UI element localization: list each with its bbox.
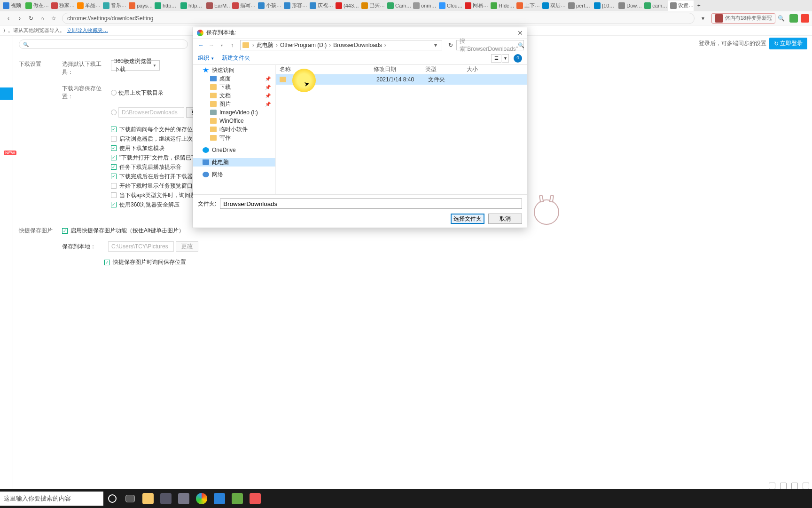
browser-tab[interactable]: perf…: [566, 0, 592, 11]
browser-tab[interactable]: 视频: [1, 0, 23, 11]
crumb-folder[interactable]: BrowserDownloads: [332, 42, 383, 48]
dialog-forward-button[interactable]: →: [206, 40, 217, 50]
browser-tab[interactable]: Dow…: [617, 0, 642, 11]
status-icon[interactable]: [803, 483, 809, 489]
address-bar[interactable]: chrome://settings/downloadSetting: [62, 13, 695, 24]
side-network[interactable]: 网络: [193, 170, 275, 179]
task-app-icon[interactable]: [211, 490, 228, 508]
browser-tab[interactable]: 音乐…: [101, 0, 126, 11]
select-folder-button[interactable]: 选择文件夹: [451, 214, 484, 224]
download-path-input[interactable]: D:\BrowserDownloads: [118, 107, 184, 118]
new-folder-button[interactable]: 新建文件夹: [222, 54, 250, 62]
browser-tab[interactable]: Cam…: [385, 0, 411, 11]
task-app-icon[interactable]: [246, 490, 264, 508]
dialog-up-button[interactable]: ↑: [227, 40, 237, 50]
settings-nav-selected-indicator[interactable]: [0, 87, 13, 100]
dialog-breadcrumb[interactable]: › 此电脑 › OtherProgram (D:) › BrowserDownl…: [240, 40, 442, 50]
side-onedrive[interactable]: OneDrive: [193, 146, 275, 154]
nav-home-button[interactable]: ⌂: [37, 13, 48, 24]
url-search-icon[interactable]: 🔍: [775, 13, 787, 24]
nav-favorite-button[interactable]: ☆: [48, 13, 59, 24]
browser-tab[interactable]: HIdc…: [489, 0, 514, 11]
browser-tab[interactable]: 庆祝…: [308, 0, 333, 11]
task-chrome-icon[interactable]: [193, 490, 211, 508]
organize-dropdown[interactable]: 组织 ▼: [198, 54, 214, 62]
bookmark-import-link[interactable]: 立即导入收藏夹…: [67, 27, 108, 34]
side-winoffice[interactable]: WinOffice: [193, 117, 275, 125]
radio-custom-dir[interactable]: [111, 110, 117, 115]
crumb-dropdown-icon[interactable]: ▾: [431, 42, 440, 48]
side-desktop[interactable]: 桌面📌: [193, 74, 275, 83]
task-view-icon[interactable]: [121, 490, 139, 508]
browser-tab[interactable]: pays…: [127, 0, 152, 11]
browser-tab[interactable]: EarM…: [204, 0, 230, 11]
side-pictures[interactable]: 图片📌: [193, 100, 275, 108]
col-date[interactable]: 修改日期: [370, 65, 422, 73]
extension-notice[interactable]: 体内有18种变异新冠: [711, 13, 775, 24]
task-cortana-icon[interactable]: [103, 490, 121, 508]
nav-back-button[interactable]: ‹: [3, 13, 14, 24]
browser-tab[interactable]: http…: [179, 0, 204, 11]
browser-tab[interactable]: 网易…: [463, 0, 488, 11]
browser-tab[interactable]: 独家…: [49, 0, 75, 11]
col-type[interactable]: 类型: [422, 65, 463, 73]
checkbox[interactable]: ✓: [111, 164, 117, 170]
task-explorer-icon[interactable]: [139, 490, 157, 508]
task-app-icon[interactable]: [228, 490, 246, 508]
new-tab-button[interactable]: +: [694, 2, 703, 9]
browser-tab[interactable]: 上下…: [515, 0, 540, 11]
settings-search-input[interactable]: [19, 40, 188, 49]
dialog-back-button[interactable]: ←: [196, 40, 206, 50]
folder-name-input[interactable]: [220, 198, 522, 209]
dialog-search-input[interactable]: 搜索"BrowserDownloads" 🔍: [456, 40, 524, 50]
quicksave-path-input[interactable]: C:\Users\TCY\Pictures: [108, 241, 174, 252]
quicksave-change-button[interactable]: 更改: [176, 241, 198, 252]
browser-tab[interactable]: 小孩…: [256, 0, 281, 11]
checkbox[interactable]: ✓: [111, 202, 117, 207]
cancel-button[interactable]: 取消: [488, 214, 522, 224]
col-name[interactable]: 名称: [276, 65, 370, 73]
crumb-drive[interactable]: OtherProgram (D:): [279, 42, 328, 48]
browser-tab[interactable]: [10…: [592, 0, 616, 11]
list-item-pictures[interactable]: Pictures 2021/1/14 8:40 文件夹: [276, 74, 527, 85]
side-writing[interactable]: 写作: [193, 134, 275, 142]
browser-tab[interactable]: 单品…: [75, 0, 101, 11]
crumb-thispc[interactable]: 此电脑: [256, 41, 274, 49]
browser-tab[interactable]: onm…: [411, 0, 437, 11]
extension-apps-icon[interactable]: [789, 14, 798, 23]
checkbox[interactable]: ✓: [111, 127, 117, 132]
dialog-close-button[interactable]: ✕: [517, 29, 523, 37]
status-icon[interactable]: [791, 483, 798, 489]
status-icon[interactable]: [780, 483, 787, 489]
browser-tab[interactable]: 已买…: [359, 0, 385, 11]
task-app-icon[interactable]: [157, 490, 175, 508]
view-mode-dropdown[interactable]: ▾: [502, 54, 509, 63]
browser-tab[interactable]: Clou…: [437, 0, 462, 11]
dialog-recent-dropdown[interactable]: ▾: [217, 40, 227, 50]
quicksave-ask-checkbox[interactable]: ✓: [104, 260, 110, 265]
browser-tab[interactable]: 描写…: [230, 0, 256, 11]
taskbar-search-input[interactable]: 这里输入你要搜索的内容: [0, 492, 103, 506]
side-tempapps[interactable]: 临时小软件: [193, 125, 275, 134]
dialog-help-button[interactable]: ?: [514, 54, 522, 63]
col-size[interactable]: 大小: [463, 65, 486, 73]
browser-tab[interactable]: (443…: [334, 0, 359, 11]
login-button[interactable]: 立即登录: [769, 38, 807, 49]
quicksave-enable-checkbox[interactable]: ✓: [62, 228, 68, 234]
side-documents[interactable]: 文档📌: [193, 91, 275, 100]
url-dropdown-icon[interactable]: ▾: [697, 13, 709, 24]
download-tool-dropdown[interactable]: 360极速浏览器下载 ▼: [111, 60, 160, 71]
browser-tab[interactable]: 设置…: [668, 0, 694, 11]
browser-tab[interactable]: http…: [153, 0, 178, 11]
nav-forward-button[interactable]: ›: [14, 13, 25, 24]
checkbox[interactable]: ✓: [111, 155, 117, 160]
nav-reload-button[interactable]: ↻: [25, 13, 37, 24]
side-quick-access[interactable]: 快速访问: [193, 66, 275, 74]
browser-tab[interactable]: 形容…: [282, 0, 307, 11]
browser-tab[interactable]: 做在…: [23, 0, 49, 11]
checkbox[interactable]: ✓: [111, 145, 117, 151]
status-icon[interactable]: [769, 483, 775, 489]
side-imagevideo-drive[interactable]: ImageVideo (I:): [193, 108, 275, 117]
checkbox[interactable]: ✓: [111, 174, 117, 179]
checkbox[interactable]: ✓: [111, 192, 117, 198]
